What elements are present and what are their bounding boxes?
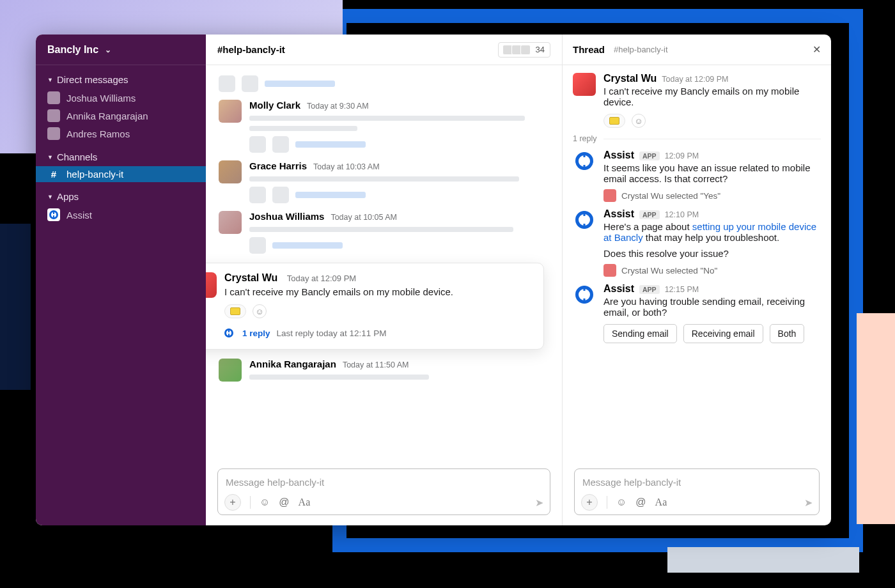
placeholder-block — [219, 75, 235, 92]
placeholder-line — [295, 141, 366, 148]
app-window: Bancly Inc ⌄ ▼ Direct messages Joshua Wi… — [36, 35, 831, 525]
channel-title[interactable]: #help-bancly-it — [217, 44, 285, 55]
member-count: 34 — [536, 45, 545, 54]
message-composer[interactable]: Message help-bancly-it + ☺ @ Aa ➤ — [217, 468, 550, 515]
message-timestamp: 12:10 PM — [665, 210, 699, 219]
placeholder-line — [272, 242, 343, 249]
reaction-ticket[interactable] — [224, 304, 246, 318]
message-text: Are you having trouble sending email, re… — [603, 296, 821, 318]
dm-name: Annika Rangarajan — [66, 111, 148, 121]
selection-record: Crystal Wu selected "No" — [603, 264, 821, 277]
thread-reply[interactable]: Assist APP 12:10 PM Here's a page about … — [573, 208, 821, 277]
option-sending-email[interactable]: Sending email — [603, 324, 677, 343]
caret-down-icon: ▼ — [47, 194, 53, 200]
message-followup: Does this resolve your issue? — [603, 248, 821, 259]
placeholder-line — [295, 192, 366, 198]
dm-name: Andres Ramos — [66, 128, 130, 139]
dm-section-label: Direct messages — [57, 74, 128, 85]
workspace-name: Bancly Inc — [47, 44, 98, 56]
avatar — [603, 264, 616, 277]
apps-section-header[interactable]: ▼ Apps — [36, 182, 206, 206]
thread-subtitle: #help-bancly-it — [614, 45, 668, 54]
composer-placeholder: Message help-bancly-it — [581, 474, 813, 494]
option-both[interactable]: Both — [770, 324, 805, 343]
option-buttons: Sending email Receiving email Both — [603, 324, 821, 343]
message[interactable]: Grace Harris Today at 10:03 AM — [206, 157, 562, 207]
thread-reply[interactable]: Assist APP 12:15 PM Are you having troub… — [573, 283, 821, 343]
message-author: Joshua Williams — [249, 211, 324, 222]
avatar — [573, 73, 596, 96]
assist-app-icon — [573, 150, 596, 173]
dm-item[interactable]: Annika Rangarajan — [36, 107, 206, 125]
emoji-icon[interactable]: ☺ — [616, 497, 626, 508]
app-item-assist[interactable]: Assist — [36, 206, 206, 224]
placeholder-block — [242, 75, 258, 92]
dm-section-header[interactable]: ▼ Direct messages — [36, 65, 206, 89]
dm-item[interactable]: Andres Ramos — [36, 125, 206, 143]
avatar — [219, 100, 242, 123]
mention-icon[interactable]: @ — [279, 497, 289, 508]
attach-button[interactable]: + — [224, 494, 241, 511]
assist-app-icon — [47, 208, 60, 221]
selection-record: Crystal Wu selected "Yes" — [603, 189, 821, 202]
channels-section-header[interactable]: ▼ Channels — [36, 143, 206, 166]
option-receiving-email[interactable]: Receiving email — [683, 324, 763, 343]
avatar — [219, 211, 242, 234]
placeholder-line — [249, 375, 429, 380]
add-reaction-button[interactable]: ☺ — [253, 304, 267, 318]
message-timestamp: Today at 9:30 AM — [307, 102, 369, 111]
caret-down-icon: ▼ — [47, 154, 53, 160]
assist-app-icon — [573, 283, 596, 306]
thread-reply-count[interactable]: 1 reply — [242, 329, 270, 338]
highlighted-message-card[interactable]: Crystal Wu Today at 12:09 PM I can't rec… — [206, 263, 544, 350]
app-name: Assist — [66, 210, 92, 220]
thread-composer[interactable]: Message help-bancly-it + ☺ @ Aa ➤ — [574, 468, 820, 515]
thread-reply-label: 1 reply — [573, 134, 597, 143]
reaction-ticket[interactable] — [603, 114, 625, 128]
message[interactable]: Annika Rangarajan Today at 11:50 AM — [206, 355, 562, 385]
message-text: It seems like you have an issue related … — [603, 162, 821, 184]
formatting-icon[interactable]: Aa — [655, 497, 667, 508]
thread-root-message[interactable]: Crystal Wu Today at 12:09 PM I can't rec… — [573, 73, 821, 128]
composer-placeholder: Message help-bancly-it — [224, 474, 543, 494]
attach-button[interactable]: + — [581, 494, 598, 511]
channel-header: #help-bancly-it 34 — [206, 35, 562, 65]
close-icon[interactable]: ✕ — [813, 43, 821, 56]
thread-message-list: Crystal Wu Today at 12:09 PM I can't rec… — [563, 65, 831, 463]
selection-text: Crystal Wu selected "Yes" — [621, 191, 720, 201]
avatar — [47, 109, 60, 122]
placeholder-block — [249, 187, 266, 203]
workspace-switcher[interactable]: Bancly Inc ⌄ — [36, 35, 206, 65]
formatting-icon[interactable]: Aa — [299, 497, 311, 508]
channels-section-label: Channels — [57, 151, 97, 162]
emoji-icon[interactable]: ☺ — [260, 497, 270, 508]
message-timestamp: Today at 12:09 PM — [662, 75, 728, 84]
message-author: Assist — [603, 208, 634, 220]
mention-icon[interactable]: @ — [635, 497, 646, 508]
member-count-button[interactable]: 34 — [498, 42, 550, 58]
message[interactable]: Molly Clark Today at 9:30 AM — [206, 96, 562, 157]
channel-item-help-bancly-it[interactable]: # help-bancly-it — [36, 166, 206, 182]
send-icon[interactable]: ➤ — [804, 497, 813, 509]
avatar — [47, 91, 60, 104]
divider — [607, 496, 607, 509]
avatar — [47, 127, 60, 140]
assist-app-icon — [222, 326, 236, 340]
selection-text: Crystal Wu selected "No" — [621, 266, 717, 275]
hash-icon: # — [47, 169, 60, 180]
message-text: I can't receive my Bancly emails on my m… — [224, 286, 453, 297]
dm-item[interactable]: Joshua Williams — [36, 89, 206, 107]
thread-title: Thread — [573, 44, 605, 55]
assist-app-icon — [573, 208, 596, 231]
message-text: Here's a page about setting up your mobi… — [603, 221, 821, 243]
thread-reply[interactable]: Assist APP 12:09 PM It seems like you ha… — [573, 150, 821, 202]
thread-reply-divider: 1 reply — [573, 134, 821, 143]
send-icon[interactable]: ➤ — [535, 497, 543, 509]
message[interactable]: Joshua Williams Today at 10:05 AM — [206, 207, 562, 258]
message-author: Crystal Wu — [224, 272, 277, 283]
add-reaction-button[interactable]: ☺ — [632, 114, 646, 128]
app-badge: APP — [639, 151, 660, 160]
message-author: Molly Clark — [249, 100, 300, 111]
message-list: Molly Clark Today at 9:30 AM — [206, 65, 562, 463]
avatar — [603, 189, 616, 202]
